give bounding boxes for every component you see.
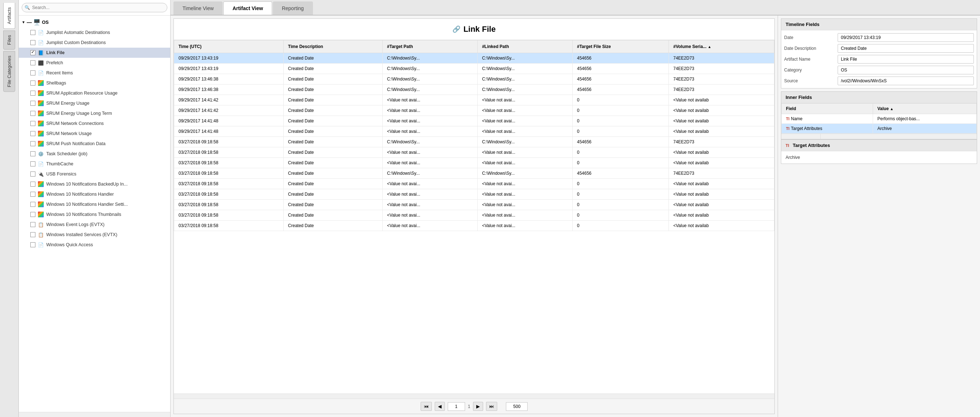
side-tab-file-categories[interactable]: File Categories <box>3 51 15 92</box>
prev-page-button[interactable]: ◀ <box>435 402 445 411</box>
tree-item[interactable]: 📘Link File <box>19 48 170 58</box>
source-value: /vol2//Windows/WinSxS <box>838 76 974 85</box>
side-tab-files[interactable]: Files <box>3 30 15 49</box>
col-time-desc[interactable]: Time Description <box>284 40 383 53</box>
tree-item[interactable]: 📄Jumplist Custom Destinations <box>19 38 170 48</box>
table-row[interactable]: 09/29/2017 13:46:38Created DateC:\Window… <box>174 84 775 95</box>
tree-item-checkbox[interactable] <box>30 141 35 146</box>
tree-item[interactable]: SRUM Network Usage <box>19 128 170 139</box>
table-row[interactable]: 03/27/2018 09:18:58Created Date<Value no… <box>174 210 775 220</box>
tree-item[interactable]: SRUM Energy Usage Long Term <box>19 108 170 119</box>
tree-item-checkbox[interactable] <box>30 30 35 35</box>
tree-item[interactable]: Windows 10 Notifications Thumbnails <box>19 209 170 219</box>
tree-item-checkbox[interactable] <box>30 111 35 116</box>
table-row[interactable]: 09/29/2017 13:46:38Created DateC:\Window… <box>174 74 775 84</box>
tree-item-checkbox[interactable] <box>30 81 35 86</box>
tree-item[interactable]: SRUM Push Notification Data <box>19 139 170 149</box>
table-cell: 74EE2D73 <box>669 84 775 95</box>
tree-root[interactable]: ▼ — 🖥️ OS <box>19 17 170 27</box>
tree-item-checkbox[interactable] <box>30 202 35 207</box>
table-scroll-area[interactable]: Time (UTC) Time Description #Target Path… <box>174 40 775 393</box>
tree-item-checkbox[interactable] <box>30 131 35 136</box>
table-row[interactable]: 09/29/2017 13:43:19Created DateC:\Window… <box>174 53 775 63</box>
tree-item-checkbox[interactable] <box>30 222 35 227</box>
next-page-button[interactable]: ▶ <box>473 402 483 411</box>
tree-item[interactable]: 📄ThumbCache <box>19 159 170 169</box>
tree-item-checkbox[interactable] <box>30 151 35 156</box>
table-row[interactable]: 03/27/2018 09:18:58Created Date<Value no… <box>174 189 775 200</box>
table-row[interactable]: 03/27/2018 09:18:58Created Date<Value no… <box>174 158 775 168</box>
tree-item[interactable]: Windows 10 Notifications Handler <box>19 189 170 199</box>
inner-col-value[interactable]: Value ▲ <box>873 104 977 114</box>
tree-item-checkbox[interactable] <box>30 40 35 45</box>
tree-item-checkbox[interactable] <box>30 90 35 96</box>
col-volume-serial[interactable]: #Volume Seria... ▲ <box>669 40 775 53</box>
tree-item[interactable]: 📄Windows Quick Access <box>19 240 170 250</box>
inner-field-value: Performs object-bas... <box>873 114 977 124</box>
tree-item[interactable]: Windows 10 Notifications BackedUp In... <box>19 179 170 189</box>
table-row[interactable]: 03/27/2018 09:18:58Created Date<Value no… <box>174 220 775 231</box>
tree-item-checkbox[interactable] <box>30 192 35 197</box>
tree-item-checkbox[interactable] <box>30 232 35 237</box>
table-row[interactable]: 09/29/2017 14:41:48Created Date<Value no… <box>174 116 775 126</box>
tree-item-label: Windows 10 Notifications Handler Setti..… <box>46 202 128 207</box>
tree-item[interactable]: SRUM Application Resource Usage <box>19 88 170 98</box>
tree-item[interactable]: 📋Windows Event Logs (EVTX) <box>19 219 170 230</box>
col-time-utc[interactable]: Time (UTC) <box>174 40 284 53</box>
inner-fields-header: Inner Fields <box>781 92 977 103</box>
tree-item[interactable]: SRUM Network Connections <box>19 119 170 128</box>
tree-item-checkbox[interactable] <box>30 121 35 126</box>
table-row[interactable]: 09/29/2017 14:41:48Created Date<Value no… <box>174 126 775 137</box>
inner-fields-row[interactable]: TINamePerforms object-bas... <box>782 114 977 124</box>
tree-item-checkbox[interactable] <box>30 171 35 176</box>
page-number-input[interactable] <box>448 402 465 411</box>
tree-item-checkbox[interactable] <box>30 212 35 217</box>
tree-item[interactable]: Windows 10 Notifications Handler Setti..… <box>19 199 170 209</box>
tree-item[interactable]: 📄Jumplist Automatic Destinations <box>19 27 170 38</box>
inner-fields-row[interactable]: TITarget AttributesArchive <box>782 124 977 133</box>
sidebar-horizontal-scroll[interactable] <box>19 412 170 417</box>
tree-item-checkbox[interactable] <box>30 60 35 65</box>
tree-item[interactable]: 📋Windows Installed Services (EVTX) <box>19 230 170 240</box>
inner-col-field[interactable]: Field <box>782 104 873 114</box>
collapse-icon[interactable]: — <box>27 19 32 25</box>
table-row[interactable]: 09/29/2017 14:41:42Created Date<Value no… <box>174 105 775 116</box>
tree-item[interactable]: ⚙️Task Scheduler (job) <box>19 149 170 159</box>
search-input[interactable] <box>22 3 167 12</box>
table-row[interactable]: 03/27/2018 09:18:58Created Date<Value no… <box>174 179 775 189</box>
tree-item-icon <box>38 191 44 198</box>
table-cell: <Value not avai... <box>477 210 573 220</box>
tree-item-checkbox[interactable] <box>30 101 35 106</box>
tree-item[interactable]: 🔌USB Forensics <box>19 169 170 179</box>
table-row[interactable]: 03/27/2018 09:18:58Created Date<Value no… <box>174 147 775 158</box>
table-row[interactable]: 09/29/2017 13:43:19Created DateC:\Window… <box>174 63 775 74</box>
tree-item-checkbox[interactable] <box>30 50 35 55</box>
tree-item-checkbox[interactable] <box>30 182 35 187</box>
tab-reporting[interactable]: Reporting <box>273 2 313 15</box>
tree-item[interactable]: 📄Recent Items <box>19 68 170 78</box>
tab-artifact-view[interactable]: Artifact View <box>223 2 272 15</box>
table-row[interactable]: 03/27/2018 09:18:58Created DateC:\Window… <box>174 168 775 179</box>
tree-item[interactable]: ⬛Prefetch <box>19 58 170 68</box>
tree-item-checkbox[interactable] <box>30 242 35 247</box>
tree-item-label: SRUM Energy Usage <box>46 101 90 106</box>
expand-arrow-icon[interactable]: ▼ <box>22 20 25 24</box>
tree-item-checkbox[interactable] <box>30 162 35 166</box>
rows-per-page-input[interactable] <box>506 402 528 411</box>
table-row[interactable]: 09/29/2017 14:41:42Created Date<Value no… <box>174 95 775 105</box>
table-row[interactable]: 03/27/2018 09:18:58Created Date<Value no… <box>174 200 775 210</box>
table-horizontal-scroll[interactable] <box>174 393 775 399</box>
table-row[interactable]: 03/27/2018 09:18:58Created DateC:\Window… <box>174 137 775 147</box>
first-page-button[interactable]: ⏮ <box>421 402 432 411</box>
last-page-button[interactable]: ⏭ <box>486 402 497 411</box>
tree-item[interactable]: Shellbags <box>19 78 170 88</box>
tab-timeline-view[interactable]: Timeline View <box>173 2 223 15</box>
table-cell: C:\Windows\Sy... <box>477 74 573 84</box>
col-target-file-size[interactable]: #Target File Size <box>573 40 669 53</box>
col-linked-path[interactable]: #Linked Path <box>477 40 573 53</box>
tree-item[interactable]: SRUM Energy Usage <box>19 98 170 108</box>
side-tab-artifacts[interactable]: Artifacts <box>3 3 15 29</box>
col-target-path[interactable]: #Target Path <box>383 40 478 53</box>
tree-item-checkbox[interactable] <box>30 70 35 76</box>
tree-item-icon: 📄 <box>38 29 44 36</box>
